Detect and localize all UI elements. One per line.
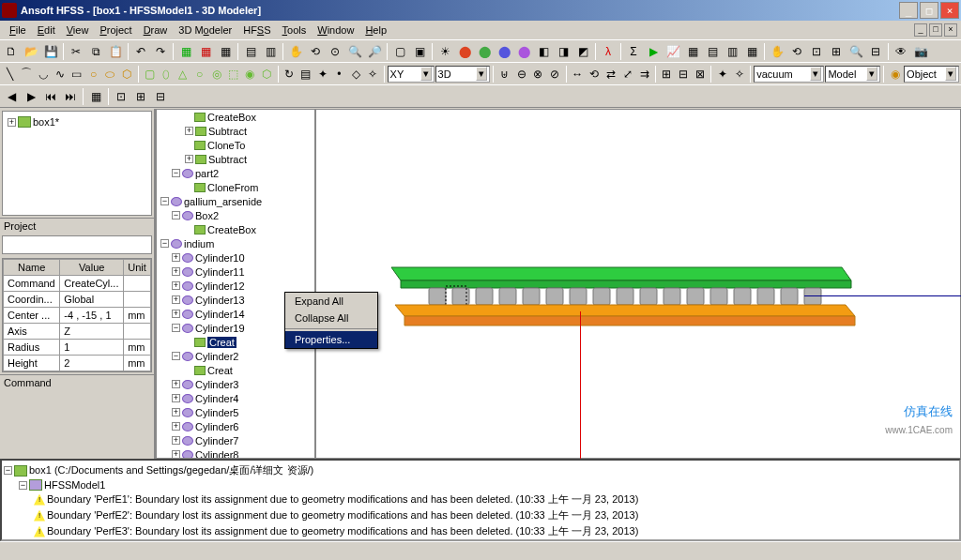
spline-icon[interactable]: ∿ bbox=[53, 65, 69, 83]
scale-icon[interactable]: ⤢ bbox=[619, 65, 635, 83]
region-icon[interactable]: ▤ bbox=[297, 65, 313, 83]
split-icon[interactable]: ⊘ bbox=[547, 65, 563, 83]
unite-icon[interactable]: ⊎ bbox=[496, 65, 512, 83]
mdi-close-button[interactable]: × bbox=[944, 23, 957, 37]
design-tree[interactable]: CreateBox +Subtract CloneTo +Subtract −p… bbox=[156, 109, 315, 459]
measure-icon[interactable]: ▥ bbox=[261, 42, 280, 61]
snap-grid-icon[interactable]: ▦ bbox=[86, 87, 105, 106]
light-icon[interactable]: ☀ bbox=[435, 42, 454, 61]
fit-icon[interactable]: ⊡ bbox=[807, 42, 826, 61]
cut-icon[interactable]: ✂ bbox=[67, 42, 85, 61]
result-icon[interactable]: ▦ bbox=[742, 42, 761, 61]
zoom-in-icon[interactable]: 🔍 bbox=[345, 42, 364, 61]
mode-combo[interactable]: 3D▾ bbox=[435, 66, 491, 83]
orbit-icon[interactable]: ⊙ bbox=[326, 42, 344, 61]
selection-combo[interactable]: Object▾ bbox=[904, 66, 959, 83]
plot-icon[interactable]: 📈 bbox=[664, 42, 682, 61]
plane-icon[interactable]: ◇ bbox=[348, 65, 364, 83]
shaded-icon[interactable]: ▣ bbox=[410, 42, 429, 61]
pan-icon[interactable]: ✋ bbox=[286, 42, 305, 61]
first-icon[interactable]: ⏮ bbox=[41, 87, 60, 106]
save-icon[interactable]: 💾 bbox=[41, 42, 60, 61]
arc-icon[interactable]: ⌒ bbox=[19, 65, 35, 83]
msg-warn[interactable]: Boundary 'PerfE2': Boundary lost its ass… bbox=[47, 508, 638, 522]
render-icon[interactable]: ⬤ bbox=[455, 42, 474, 61]
zoom-area-icon[interactable]: 🔍 bbox=[847, 42, 865, 61]
grid-icon[interactable]: ▦ bbox=[176, 42, 195, 61]
msg-project[interactable]: box1 (C:/Documents and Settings/gegedan/… bbox=[29, 463, 313, 477]
redo-icon[interactable]: ↷ bbox=[151, 42, 170, 61]
box-icon[interactable]: ▢ bbox=[142, 65, 158, 83]
next-icon[interactable]: ▶ bbox=[22, 87, 40, 106]
menu-properties[interactable]: Properties... bbox=[285, 331, 377, 348]
subtract-icon[interactable]: ⊖ bbox=[513, 65, 529, 83]
line-icon[interactable]: ╲ bbox=[2, 65, 18, 83]
sphere-icon[interactable]: ○ bbox=[191, 65, 207, 83]
menu-3d-modeler[interactable]: 3D Modeler bbox=[173, 23, 237, 38]
arc3-icon[interactable]: ◡ bbox=[36, 65, 52, 83]
last-icon[interactable]: ⏭ bbox=[61, 87, 80, 106]
prop-header-value[interactable]: Value bbox=[60, 260, 124, 276]
minimize-button[interactable]: _ bbox=[899, 2, 918, 19]
view-icon[interactable]: ⬤ bbox=[475, 42, 494, 61]
cs-icon[interactable]: ✦ bbox=[314, 65, 330, 83]
units-icon[interactable]: ▤ bbox=[241, 42, 260, 61]
helix-icon[interactable]: ⬚ bbox=[225, 65, 241, 83]
prev-icon[interactable]: ◀ bbox=[2, 87, 21, 106]
torus-icon[interactable]: ◎ bbox=[208, 65, 224, 83]
menu-hfss[interactable]: HFSS bbox=[237, 23, 276, 38]
select-obj-icon[interactable]: ◉ bbox=[887, 65, 903, 83]
shade-icon[interactable]: ⬤ bbox=[495, 42, 513, 61]
undo-icon[interactable]: ↶ bbox=[131, 42, 150, 61]
visibility-icon[interactable]: 👁 bbox=[892, 42, 910, 61]
snap-end-icon[interactable]: ⊡ bbox=[112, 87, 130, 106]
spiral-icon[interactable]: ◉ bbox=[242, 65, 258, 83]
plane-combo[interactable]: XY▾ bbox=[388, 66, 435, 83]
mdi-minimize-button[interactable]: _ bbox=[914, 23, 927, 37]
cylinder-icon[interactable]: ⬯ bbox=[159, 65, 175, 83]
face-icon[interactable]: ◨ bbox=[554, 42, 572, 61]
new-icon[interactable]: 🗋 bbox=[2, 42, 21, 61]
snap-center-icon[interactable]: ⊟ bbox=[151, 87, 170, 106]
menu-draw[interactable]: Draw bbox=[138, 23, 174, 38]
lambda-icon[interactable]: λ bbox=[599, 42, 618, 61]
mirror-icon[interactable]: ⇄ bbox=[603, 65, 618, 83]
point-icon[interactable]: • bbox=[331, 65, 347, 83]
mdi-restore-button[interactable]: □ bbox=[929, 23, 942, 37]
offset-icon[interactable]: ⇉ bbox=[636, 65, 652, 83]
polygon-icon[interactable]: ⬡ bbox=[119, 65, 135, 83]
snap-icon[interactable]: ▦ bbox=[196, 42, 215, 61]
cone-icon[interactable]: △ bbox=[175, 65, 191, 83]
intersect-icon[interactable]: ⊗ bbox=[530, 65, 546, 83]
sweep-icon[interactable]: ↻ bbox=[282, 65, 297, 83]
maximize-button[interactable]: □ bbox=[920, 2, 938, 19]
camera-icon[interactable]: 📷 bbox=[911, 42, 930, 61]
copy-icon[interactable]: ⧉ bbox=[86, 42, 105, 61]
msg-warn[interactable]: Boundary 'PerfE3': Boundary lost its ass… bbox=[47, 524, 638, 538]
prop-header-unit[interactable]: Unit bbox=[124, 260, 151, 276]
project-root[interactable]: box1* bbox=[33, 116, 59, 128]
dup-mirror-icon[interactable]: ⊠ bbox=[693, 65, 709, 83]
prop-header-name[interactable]: Name bbox=[4, 260, 60, 276]
local-cs-icon[interactable]: ✧ bbox=[365, 65, 381, 83]
run-icon[interactable]: ▶ bbox=[644, 42, 663, 61]
menu-collapse-all[interactable]: Collapse All bbox=[285, 310, 377, 326]
command-tab-label[interactable]: Command bbox=[0, 374, 154, 390]
open-icon[interactable]: 📂 bbox=[22, 42, 40, 61]
project-tree[interactable]: + box1* bbox=[3, 112, 151, 215]
bond-icon[interactable]: ⬡ bbox=[259, 65, 275, 83]
solid-icon[interactable]: ◩ bbox=[573, 42, 592, 61]
fit-all-icon[interactable]: ⊟ bbox=[866, 42, 885, 61]
ruler-icon[interactable]: ▦ bbox=[216, 42, 235, 61]
menu-edit[interactable]: Edit bbox=[32, 23, 61, 38]
mesh-icon[interactable]: ▤ bbox=[703, 42, 722, 61]
move-icon[interactable]: ↔ bbox=[570, 65, 586, 83]
hand-icon[interactable]: ✋ bbox=[768, 42, 786, 61]
fit-sel-icon[interactable]: ⊞ bbox=[827, 42, 846, 61]
edge-icon[interactable]: ◧ bbox=[534, 42, 553, 61]
cs1-icon[interactable]: ✦ bbox=[714, 65, 730, 83]
3d-viewport[interactable]: Y Z 仿真在线 www.1CAE.com bbox=[315, 109, 961, 459]
selected-tree-item[interactable]: Creat bbox=[207, 337, 236, 348]
sigma-icon[interactable]: Σ bbox=[624, 42, 643, 61]
msg-model[interactable]: HFSSModel1 bbox=[44, 479, 105, 491]
